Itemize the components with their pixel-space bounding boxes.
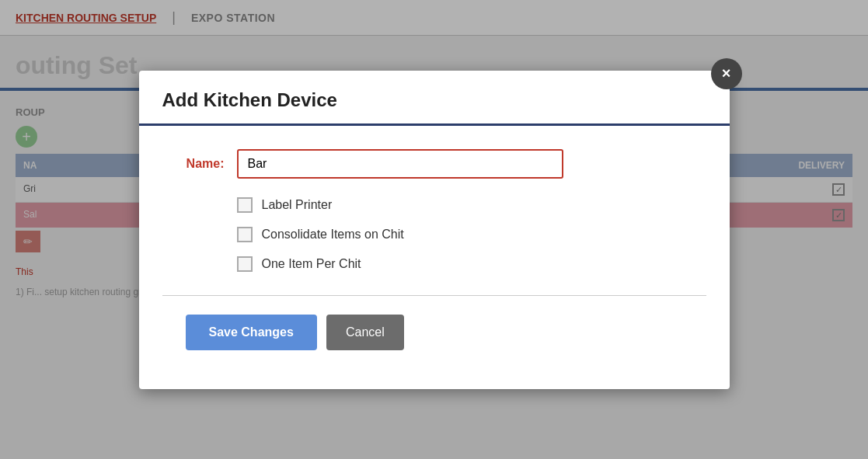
name-input[interactable] [237,149,563,179]
modal-divider [162,295,706,296]
modal-footer: Save Changes Cancel [162,315,706,374]
modal-body: Name: Label Printer Consolidate Items on… [139,126,730,389]
modal-title: Add Kitchen Device [162,89,706,111]
cancel-button[interactable]: Cancel [326,315,404,350]
modal-header: Add Kitchen Device [139,71,730,126]
one-item-checkbox[interactable] [237,256,253,272]
one-item-row: One Item Per Chit [237,256,706,272]
save-changes-button[interactable]: Save Changes [186,315,317,350]
name-row: Name: [162,149,706,179]
name-label: Name: [162,157,225,171]
modal-overlay: × Add Kitchen Device Name: Label Printer… [0,0,868,459]
label-printer-checkbox[interactable] [237,197,253,213]
consolidate-items-checkbox[interactable] [237,227,253,242]
label-printer-label: Label Printer [262,198,333,212]
label-printer-row: Label Printer [237,197,706,213]
add-kitchen-device-modal: × Add Kitchen Device Name: Label Printer… [139,71,730,389]
one-item-label: One Item Per Chit [262,257,361,271]
close-button[interactable]: × [711,58,742,89]
checkbox-group: Label Printer Consolidate Items on Chit … [237,197,706,272]
consolidate-items-row: Consolidate Items on Chit [237,227,706,242]
consolidate-items-label: Consolidate Items on Chit [262,228,404,242]
